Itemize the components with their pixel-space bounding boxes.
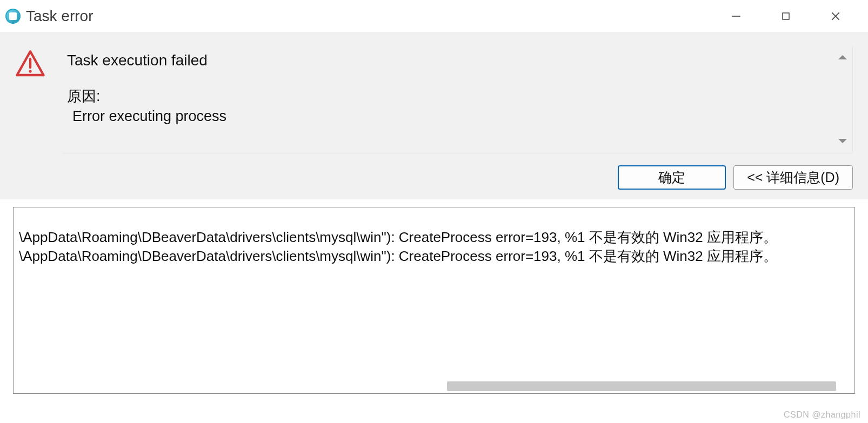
window-title: Task error xyxy=(26,8,93,25)
details-panel: \AppData\Roaming\DBeaverData\drivers\cli… xyxy=(13,207,855,394)
message-area: Task execution failed 原因: Error executin… xyxy=(0,32,868,158)
button-row: 确定 << 详细信息(D) xyxy=(0,158,868,199)
reason-label: 原因: xyxy=(67,86,842,106)
scroll-down-icon[interactable] xyxy=(838,139,847,143)
minimize-button[interactable] xyxy=(725,5,747,27)
horizontal-scrollbar-thumb[interactable] xyxy=(447,381,836,391)
scroll-up-icon[interactable] xyxy=(838,55,847,59)
watermark: CSDN @zhangphil xyxy=(784,410,860,420)
details-text: \AppData\Roaming\DBeaverData\drivers\cli… xyxy=(14,207,854,271)
app-icon xyxy=(5,9,21,24)
svg-rect-1 xyxy=(783,13,789,19)
close-button[interactable] xyxy=(825,5,846,27)
ok-button[interactable]: 确定 xyxy=(618,165,726,190)
window-controls xyxy=(725,5,863,27)
maximize-button[interactable] xyxy=(775,5,797,27)
warning-icon xyxy=(15,49,45,81)
horizontal-scrollbar-track[interactable] xyxy=(16,381,852,391)
details-button[interactable]: << 详细信息(D) xyxy=(733,165,853,190)
titlebar: Task error xyxy=(0,0,868,32)
svg-point-5 xyxy=(29,70,31,72)
details-line: \AppData\Roaming\DBeaverData\drivers\cli… xyxy=(19,247,849,266)
message-heading: Task execution failed xyxy=(67,52,842,69)
message-box: Task execution failed 原因: Error executin… xyxy=(62,45,853,153)
details-line: \AppData\Roaming\DBeaverData\drivers\cli… xyxy=(19,228,849,247)
reason-text: Error executing process xyxy=(67,108,842,125)
